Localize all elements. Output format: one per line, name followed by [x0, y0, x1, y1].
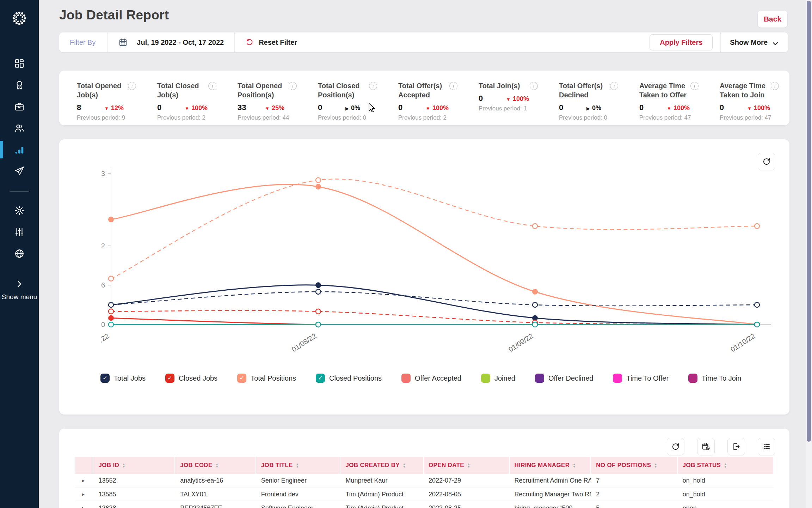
legend-checkbox[interactable]: ✓ [688, 374, 697, 383]
svg-text:23: 23 [102, 170, 105, 177]
kpi-total-closed-jobs: Total Closed Job(s)i 0 ▼100% Previous pe… [157, 71, 238, 125]
column-header-job-code[interactable]: JOB CODE▲▼ [175, 457, 256, 474]
gear-icon[interactable] [14, 205, 25, 216]
info-icon[interactable]: i [610, 82, 618, 90]
info-icon[interactable]: i [208, 82, 216, 90]
kpi-trend: ▼12% [104, 104, 124, 112]
kpi-title: Total Opened Position(s) [238, 81, 288, 99]
kpi-value: 8 [77, 103, 104, 112]
show-menu-control[interactable]: Show menu [0, 280, 39, 302]
kpi-average-time-to-offer: Average Time Taken to Offeri 0 ▼100% Pre… [639, 71, 720, 125]
legend-checkbox[interactable]: ✓ [100, 374, 110, 383]
reset-icon [245, 38, 254, 47]
legend-checkbox[interactable]: ✓ [613, 374, 622, 383]
legend-checkbox[interactable]: ✓ [401, 374, 411, 383]
legend-checkbox[interactable]: ✓ [165, 374, 174, 383]
cell-job-title: Software Engineer [256, 504, 341, 508]
legend-item-closed-jobs[interactable]: ✓ Closed Jobs [165, 374, 217, 383]
app-logo-icon[interactable] [10, 8, 29, 28]
back-button[interactable]: Back [758, 11, 787, 28]
info-icon[interactable]: i [369, 82, 377, 90]
award-icon[interactable] [14, 80, 25, 90]
page-title: Job Detail Report [59, 8, 169, 23]
sort-icon[interactable]: ▲▼ [467, 463, 470, 468]
row-expand-icon[interactable]: ▶ [75, 506, 93, 508]
scrollbar-thumb[interactable] [807, 1, 811, 442]
info-icon[interactable]: i [530, 82, 538, 90]
reset-filter-button[interactable]: Reset Filter [235, 32, 308, 52]
legend-item-joined[interactable]: ✓ Joined [481, 374, 515, 383]
dashboard-icon[interactable] [14, 58, 25, 69]
send-icon[interactable] [14, 166, 25, 176]
legend-checkbox[interactable]: ✓ [481, 374, 490, 383]
column-header-job-title[interactable]: JOB TITLE▲▼ [256, 457, 341, 474]
table-header-row: JOB ID▲▼ JOB CODE▲▼ JOB TITLE▲▼ JOB CREA… [75, 457, 773, 474]
table-refresh-button[interactable] [667, 438, 684, 455]
date-range-value[interactable]: Jul, 19 2022 - Oct, 17 2022 [137, 38, 224, 47]
info-icon[interactable]: i [690, 82, 699, 90]
sort-icon[interactable]: ▲▼ [122, 463, 125, 468]
kpi-trend: ▼100% [506, 95, 529, 103]
cell-job-id: 13638 [93, 504, 175, 508]
sort-icon[interactable]: ▲▼ [724, 463, 727, 468]
kpi-total-offers-declined: Total Offer(s) Declinedi 0 ▶0% Previous … [559, 71, 639, 125]
legend-checkbox[interactable]: ✓ [237, 374, 246, 383]
svg-text:01/10/22: 01/10/22 [729, 332, 756, 353]
column-header-open-date[interactable]: OPEN DATE▲▼ [424, 457, 510, 474]
column-list-button[interactable] [758, 438, 775, 455]
sort-icon[interactable]: ▲▼ [654, 463, 657, 468]
info-icon[interactable]: i [449, 82, 457, 90]
kpi-previous-period: Previous period: 47 [639, 114, 720, 121]
date-range-picker[interactable]: Jul, 19 2022 - Oct, 17 2022 [108, 32, 234, 52]
kpi-title: Total Closed Position(s) [318, 81, 368, 99]
sort-icon[interactable]: ▲▼ [572, 463, 576, 468]
column-header-hiring-manager[interactable]: HIRING MANAGER▲▼ [510, 457, 591, 474]
svg-text:01/08/22: 01/08/22 [290, 332, 318, 353]
show-more-dropdown[interactable]: Show More [721, 32, 788, 52]
legend-item-total-jobs[interactable]: ✓ Total Jobs [100, 374, 146, 383]
sort-icon[interactable]: ▲▼ [296, 463, 299, 468]
export-button[interactable] [727, 438, 745, 455]
column-header-job-created-by[interactable]: JOB CREATED BY▲▼ [340, 457, 424, 474]
legend-item-time-to-offer[interactable]: ✓ Time To Offer [613, 374, 669, 383]
globe-icon[interactable] [14, 248, 25, 259]
cell-job-code: analytics-ea-16 [175, 477, 256, 484]
briefcase-icon[interactable] [14, 101, 25, 112]
trend-arrow-icon: ▶ [586, 106, 590, 111]
sliders-icon[interactable] [14, 227, 25, 237]
job-table-card: JOB ID▲▼ JOB CODE▲▼ JOB TITLE▲▼ JOB CREA… [59, 429, 789, 508]
row-expand-icon[interactable]: ▶ [75, 492, 93, 497]
legend-checkbox[interactable]: ✓ [535, 374, 544, 383]
info-icon[interactable]: i [771, 82, 779, 90]
svg-text:01/07/22: 01/07/22 [102, 332, 110, 353]
legend-item-offer-accepted[interactable]: ✓ Offer Accepted [401, 374, 461, 383]
legend-checkbox[interactable]: ✓ [316, 374, 325, 383]
table-row[interactable]: ▶ 13552 analytics-ea-16 Senior Engineer … [75, 474, 773, 488]
analytics-icon[interactable] [14, 144, 25, 155]
row-expand-icon[interactable]: ▶ [75, 478, 93, 483]
cell-job-title: Senior Engineer [256, 477, 341, 484]
schedule-report-button[interactable] [697, 438, 715, 455]
kpi-previous-period: Previous period: 2 [157, 114, 238, 121]
legend-item-total-positions[interactable]: ✓ Total Positions [237, 374, 296, 383]
column-header-no-of-positions[interactable]: NO OF POSITIONS▲▼ [591, 457, 678, 474]
sort-icon[interactable]: ▲▼ [215, 463, 219, 468]
apply-filters-button[interactable]: Apply Filters [650, 34, 713, 50]
cell-open-date: 2022-08-05 [424, 491, 510, 498]
sort-icon[interactable]: ▲▼ [402, 463, 406, 468]
calendar-icon [118, 38, 128, 47]
legend-item-offer-declined[interactable]: ✓ Offer Declined [535, 374, 593, 383]
table-row[interactable]: ▶ 13638 PEP234567FE Software Engineer Ti… [75, 501, 773, 508]
legend-item-closed-positions[interactable]: ✓ Closed Positions [316, 374, 382, 383]
column-header-job-status[interactable]: JOB STATUS▲▼ [678, 457, 773, 474]
info-icon[interactable]: i [289, 82, 297, 90]
info-icon[interactable]: i [128, 82, 136, 90]
column-header-job-id[interactable]: JOB ID▲▼ [93, 457, 175, 474]
page-scrollbar[interactable] [806, 0, 812, 508]
kpi-value: 0 [318, 103, 345, 112]
users-icon[interactable] [14, 123, 25, 133]
table-row[interactable]: ▶ 13585 TALXY01 Frontend dev Tim (Admin)… [75, 488, 773, 501]
legend-item-time-to-join[interactable]: ✓ Time To Join [688, 374, 741, 383]
checkmark-icon: ✓ [318, 375, 322, 381]
filter-bar: Filter By Jul, 19 2022 - Oct, 17 2022 Re… [59, 32, 788, 52]
